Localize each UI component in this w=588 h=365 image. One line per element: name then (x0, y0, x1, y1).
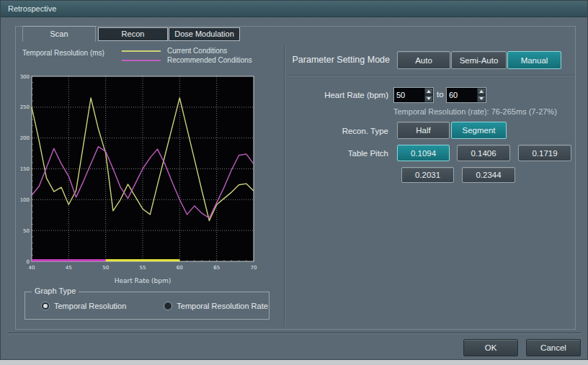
svg-text:250: 250 (20, 104, 30, 110)
svg-text:50: 50 (102, 265, 109, 271)
graph-type-group: Graph Type Temporal Resolution Temporal … (24, 292, 270, 320)
dialog-title: Retrospective (8, 1, 56, 17)
recon-type-label: Recon. Type (288, 127, 388, 135)
table-pitch-0.1406-button[interactable]: 0.1406 (457, 145, 510, 161)
svg-text:Heart Rate (bpm): Heart Rate (bpm) (115, 277, 172, 284)
heart-rate-to-word: to (437, 90, 444, 99)
tab-dose-modulation[interactable]: Dose Modulation (169, 27, 240, 41)
radio-icon[interactable] (164, 302, 172, 310)
radio-label: Temporal Resolution Rate (177, 302, 268, 310)
svg-text:0: 0 (27, 259, 30, 265)
svg-text:40: 40 (29, 265, 35, 271)
retrospective-dialog: Retrospective Scan Recon Dose Modulation… (0, 0, 588, 360)
mode-semi-auto-button[interactable]: Semi-Auto (451, 51, 507, 69)
radio-icon[interactable] (41, 302, 50, 310)
legend-label: Current Conditions (167, 47, 227, 55)
svg-text:55: 55 (140, 265, 146, 271)
screen: Retrospective Scan Recon Dose Modulation… (0, 0, 588, 365)
recon-type-half-button[interactable]: Half (397, 122, 450, 139)
heart-rate-to-decrement-button[interactable] (477, 95, 486, 102)
tab-recon[interactable]: Recon (98, 27, 168, 41)
panel-vertical-divider (284, 44, 285, 326)
radio-temporal-resolution[interactable]: Temporal Resolution (41, 302, 126, 310)
svg-text:70: 70 (251, 265, 257, 271)
parameter-setting-mode-label: Parameter Setting Mode (285, 55, 390, 65)
temporal-resolution-chart: 40455055606570050100150200250300Heart Ra… (12, 70, 269, 289)
svg-text:150: 150 (20, 166, 30, 172)
dialog-titlebar: Retrospective (1, 1, 587, 17)
legend-label: Recommended Conditions (167, 56, 252, 64)
cancel-button[interactable]: Cancel (526, 339, 581, 356)
heart-rate-to-increment-button[interactable] (477, 88, 486, 95)
legend-item-recommended: Recommended Conditions (122, 55, 252, 65)
heart-rate-to-input[interactable] (447, 88, 477, 102)
table-pitch-0.2344-button[interactable]: 0.2344 (462, 167, 515, 183)
table-pitch-0.1719-button[interactable]: 0.1719 (518, 145, 571, 161)
table-pitch-label: Table Pitch (288, 149, 388, 158)
svg-text:200: 200 (20, 135, 30, 141)
svg-text:65: 65 (213, 265, 220, 271)
footer-divider (8, 333, 582, 334)
legend-item-current: Current Conditions (122, 46, 252, 55)
heart-rate-label: Heart Rate (bpm) (288, 91, 388, 99)
mode-auto-button[interactable]: Auto (397, 51, 450, 69)
heart-rate-from-decrement-button[interactable] (424, 95, 433, 102)
tab-scan[interactable]: Scan (22, 26, 96, 42)
svg-text:60: 60 (177, 265, 183, 271)
mode-manual-button[interactable]: Manual (507, 51, 561, 69)
temporal-resolution-rate-note: Temporal Resolution (rate): 76-265ms (7-… (393, 107, 557, 116)
current-conditions-line-swatch (122, 50, 161, 52)
ok-button[interactable]: OK (463, 339, 518, 356)
table-pitch-0.1094-button[interactable]: 0.1094 (397, 145, 450, 161)
svg-text:45: 45 (66, 265, 72, 271)
chart-y-axis-title: Temporal Resolution (ms) (22, 49, 104, 57)
graph-type-group-label: Graph Type (32, 287, 79, 295)
heart-rate-from-spinbox (393, 87, 434, 103)
recon-type-segment-button[interactable]: Segment (451, 122, 507, 139)
chart-legend: Current Conditions Recommended Condition… (122, 46, 252, 65)
radio-temporal-resolution-rate[interactable]: Temporal Resolution Rate (164, 302, 268, 310)
heart-rate-from-input[interactable] (394, 88, 424, 102)
heart-rate-from-increment-button[interactable] (424, 88, 433, 95)
svg-text:100: 100 (20, 197, 30, 203)
mode-section-divider (288, 75, 575, 76)
recommended-conditions-line-swatch (122, 60, 161, 61)
heart-rate-to-spinbox (446, 87, 486, 103)
table-pitch-0.2031-button[interactable]: 0.2031 (401, 167, 454, 183)
radio-label: Temporal Resolution (54, 302, 126, 310)
svg-text:50: 50 (23, 228, 30, 234)
svg-text:300: 300 (20, 74, 30, 80)
